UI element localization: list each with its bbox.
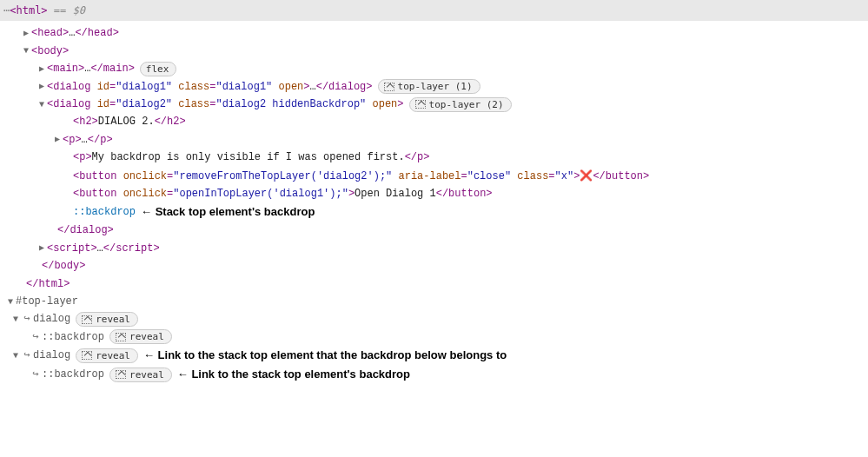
badge-label: reveal [96, 313, 130, 326]
attr-name: onclick [123, 170, 167, 182]
tag-open: <script> [47, 240, 97, 257]
node-dialog2-close[interactable]: ▶ </dialog> [0, 222, 868, 239]
tag-close: </h2> [155, 113, 186, 130]
node-p-collapsed[interactable]: ▶ <p>…</p> [0, 131, 868, 149]
node-html-close[interactable]: ▶ </html> [0, 275, 868, 293]
node-head[interactable]: ▶ <head>…</head> [0, 24, 868, 42]
top-layer-dialog-1[interactable]: ▼ ↪ dialog reveal [0, 310, 868, 328]
cross-mark-icon: ❌ [580, 169, 593, 182]
tag-open: <body> [31, 43, 69, 60]
pseudo-element: ::backdrop [73, 203, 136, 221]
tag-name: button [79, 170, 116, 182]
layers-icon [384, 83, 394, 91]
tag-open: <head> [31, 24, 69, 42]
node-body-open[interactable]: ▼ <body> [0, 43, 868, 60]
top-layer-section[interactable]: ▼ #top-layer [0, 293, 868, 310]
node-button-close[interactable]: ▶ <button onclick="removeFromTheTopLayer… [0, 167, 868, 185]
top-layer-header: #top-layer [16, 293, 78, 310]
reveal-badge[interactable]: reveal [109, 368, 172, 382]
ellipsis: … [310, 81, 316, 93]
badge-label: top-layer (2) [429, 98, 504, 111]
node-button-open[interactable]: ▶ <button onclick="openInTopLayer('dialo… [0, 185, 868, 202]
tag-close: </html> [26, 275, 70, 293]
punct: > [348, 188, 354, 200]
top-layer-badge[interactable]: top-layer (2) [409, 97, 512, 112]
attr-value: "dialog2" [116, 98, 172, 110]
attr-value: "dialog1" [215, 81, 272, 93]
attr-name: open [373, 98, 398, 110]
collapse-arrow-icon[interactable]: ▼ [5, 295, 16, 309]
node-h2[interactable]: ▶ <h2>DIALOG 2.</h2> [0, 113, 868, 130]
attr-value: "dialog2 hiddenBackdrop" [215, 98, 366, 110]
annotation-text: ← Stack top element's backdrop [141, 202, 315, 222]
tag-close: </button> [593, 170, 649, 182]
layers-icon [116, 333, 126, 341]
top-layer-item-label: ::backdrop [42, 328, 104, 346]
attr-name: class [178, 81, 209, 93]
tag-close: </head> [75, 24, 118, 42]
attr-name: id [97, 81, 109, 93]
tag-name: dialog [53, 81, 90, 93]
expand-arrow-icon[interactable]: ▶ [36, 79, 47, 94]
selected-node-bar: ⋯<html> == $0 [0, 0, 868, 21]
tag-open: <p> [73, 149, 92, 166]
tag-close: </body> [42, 257, 85, 275]
expand-arrow-icon[interactable]: ▶ [36, 241, 47, 255]
reveal-badge[interactable]: reveal [76, 348, 138, 363]
node-backdrop-pseudo[interactable]: ▶ ::backdrop ← Stack top element's backd… [0, 202, 868, 222]
tag-close: </script> [103, 240, 160, 257]
flex-badge[interactable]: flex [140, 62, 177, 76]
ellipsis: … [69, 24, 75, 42]
top-layer-backdrop-2[interactable]: ↪ ::backdrop reveal ← Link to the stack … [0, 365, 868, 384]
tag-close: </p> [405, 149, 430, 166]
attr-name: onclick [123, 188, 167, 200]
attr-value: "dialog1" [116, 81, 172, 93]
tag-name: dialog [53, 98, 90, 110]
collapse-arrow-icon[interactable]: ▼ [21, 43, 31, 58]
annotation-text: ← Link to the stack top element that the… [143, 346, 507, 365]
attr-value: "removeFromTheTopLayer('dialog2');" [173, 170, 392, 182]
attr-name: id [97, 98, 109, 110]
attr-name: open [278, 81, 303, 93]
return-arrow-icon: ↪ [30, 328, 42, 346]
top-layer-badge[interactable]: top-layer (1) [378, 79, 480, 94]
collapse-arrow-icon[interactable]: ▼ [36, 97, 47, 112]
collapse-arrow-icon[interactable]: ▼ [10, 312, 21, 327]
top-layer-dialog-2[interactable]: ▼ ↪ dialog reveal ← Link to the stack to… [0, 346, 868, 365]
expand-arrow-icon[interactable]: ▶ [36, 62, 47, 76]
attr-value: "x" [555, 170, 574, 182]
tag-close: </main> [90, 60, 134, 77]
node-script[interactable]: ▶ <script>…</script> [0, 240, 868, 257]
return-arrow-icon: ↪ [21, 310, 33, 328]
badge-label: flex [146, 63, 169, 76]
badge-label: reveal [129, 330, 164, 343]
punct: > [303, 81, 309, 93]
tag-close: </p> [88, 131, 113, 149]
reveal-badge[interactable]: reveal [76, 312, 138, 327]
expand-arrow-icon[interactable]: ▶ [52, 132, 63, 147]
attr-name: aria-label [399, 170, 461, 182]
collapse-arrow-icon[interactable]: ▼ [10, 348, 21, 363]
elements-tree[interactable]: ▶ <head>…</head> ▼ <body> ▶ <main>…</mai… [0, 21, 868, 393]
badge-label: top-layer (1) [398, 80, 473, 93]
top-layer-item-label: dialog [33, 310, 70, 328]
annotation-text: ← Link to the stack top element's backdr… [177, 365, 410, 384]
return-arrow-icon: ↪ [30, 366, 42, 383]
node-dialog2-open[interactable]: ▼ <dialog id="dialog2" class="dialog2 hi… [0, 96, 868, 113]
reveal-badge[interactable]: reveal [109, 329, 172, 344]
node-main[interactable]: ▶ <main>…</main> flex [0, 60, 868, 77]
attr-name: class [517, 170, 548, 182]
expand-arrow-icon[interactable]: ▶ [21, 26, 31, 41]
node-body-close[interactable]: ▶ </body> [0, 257, 868, 275]
tag-close: </button> [436, 188, 493, 200]
top-layer-backdrop-1[interactable]: ↪ ::backdrop reveal [0, 328, 868, 346]
node-dialog1[interactable]: ▶ <dialog id="dialog1" class="dialog1" o… [0, 78, 868, 96]
text-node: Open Dialog 1 [354, 188, 436, 200]
html-tag[interactable]: <html> [10, 4, 47, 17]
ellipsis: … [84, 60, 90, 77]
text-node: DIALOG 2. [98, 113, 155, 130]
layers-icon [415, 100, 426, 109]
node-p-text[interactable]: ▶ <p>My backdrop is only visible if I wa… [0, 149, 868, 166]
text-node: My backdrop is only visible if I was ope… [92, 149, 405, 166]
attr-value: "close" [467, 170, 511, 182]
